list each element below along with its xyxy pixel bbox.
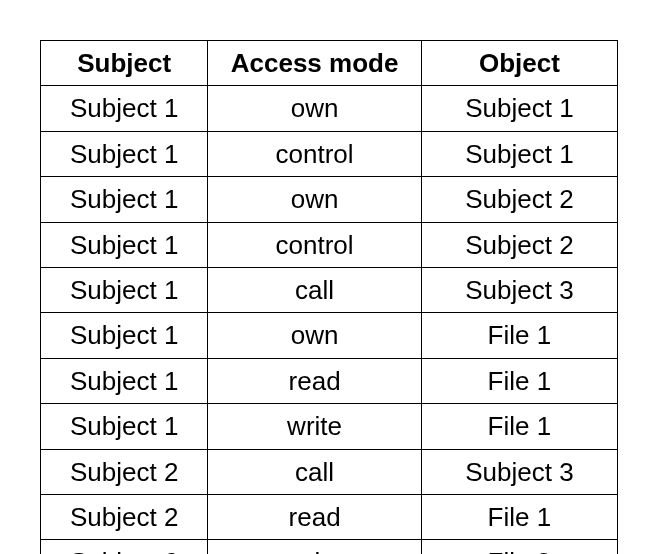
cell-access-mode: control	[208, 131, 421, 176]
cell-access-mode: own	[208, 177, 421, 222]
table-row: Subject 2 read File 1	[41, 494, 618, 539]
cell-subject: Subject 1	[41, 313, 208, 358]
table-row: Subject 1 write File 1	[41, 404, 618, 449]
cell-access-mode: write	[208, 540, 421, 554]
cell-subject: Subject 1	[41, 222, 208, 267]
cell-subject: Subject 2	[41, 494, 208, 539]
table-row: Subject 1 own Subject 2	[41, 177, 618, 222]
table-row: Subject 1 own Subject 1	[41, 86, 618, 131]
cell-access-mode: control	[208, 222, 421, 267]
cell-access-mode: call	[208, 267, 421, 312]
cell-object: Subject 2	[421, 177, 617, 222]
cell-access-mode: write	[208, 404, 421, 449]
header-object: Object	[421, 41, 617, 86]
cell-object: Subject 2	[421, 222, 617, 267]
header-access-mode: Access mode	[208, 41, 421, 86]
cell-object: File 1	[421, 494, 617, 539]
cell-subject: Subject 1	[41, 131, 208, 176]
cell-subject: Subject 1	[41, 177, 208, 222]
cell-subject: Subject 2	[41, 540, 208, 554]
header-subject: Subject	[41, 41, 208, 86]
cell-object: Subject 1	[421, 86, 617, 131]
cell-subject: Subject 1	[41, 86, 208, 131]
cell-subject: Subject 2	[41, 449, 208, 494]
table-row: Subject 1 own File 1	[41, 313, 618, 358]
cell-object: Subject 3	[421, 449, 617, 494]
cell-object: File 1	[421, 313, 617, 358]
table-row: Subject 1 call Subject 3	[41, 267, 618, 312]
table-row: Subject 1 control Subject 2	[41, 222, 618, 267]
table-row: Subject 2 write File 3	[41, 540, 618, 554]
table-row: Subject 2 call Subject 3	[41, 449, 618, 494]
cell-object: Subject 3	[421, 267, 617, 312]
cell-access-mode: own	[208, 313, 421, 358]
cell-object: File 1	[421, 404, 617, 449]
table-row: Subject 1 read File 1	[41, 358, 618, 403]
cell-subject: Subject 1	[41, 358, 208, 403]
cell-object: Subject 1	[421, 131, 617, 176]
cell-subject: Subject 1	[41, 267, 208, 312]
cell-access-mode: read	[208, 358, 421, 403]
cell-subject: Subject 1	[41, 404, 208, 449]
cell-access-mode: own	[208, 86, 421, 131]
cell-object: File 3	[421, 540, 617, 554]
table-row: Subject 1 control Subject 1	[41, 131, 618, 176]
cell-access-mode: call	[208, 449, 421, 494]
access-control-table: Subject Access mode Object Subject 1 own…	[40, 40, 618, 554]
table-header-row: Subject Access mode Object	[41, 41, 618, 86]
cell-object: File 1	[421, 358, 617, 403]
cell-access-mode: read	[208, 494, 421, 539]
